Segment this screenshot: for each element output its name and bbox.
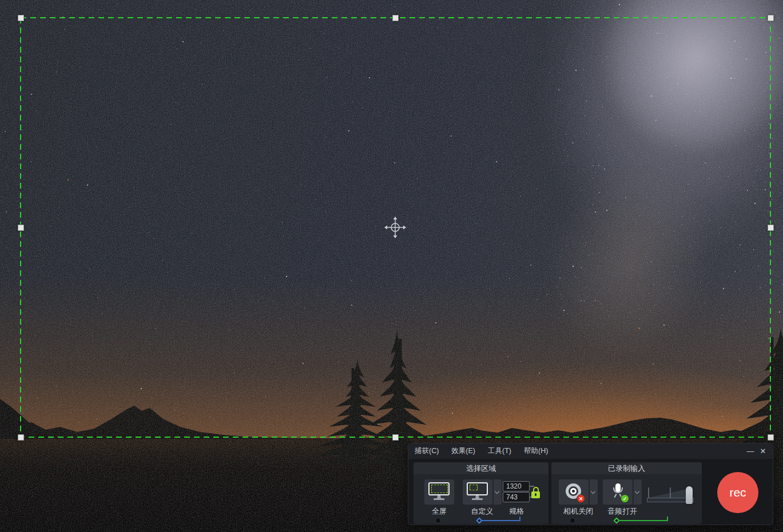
audio-label: 音频打开	[596, 506, 649, 517]
custom-indicator-line	[482, 520, 520, 521]
audio-dropdown[interactable]	[634, 479, 642, 505]
fullscreen-button[interactable]	[424, 479, 454, 505]
move-crosshair-icon[interactable]	[384, 216, 407, 239]
meter-tick	[648, 487, 649, 498]
chevron-down-icon	[495, 489, 499, 494]
close-button[interactable]: ✕	[757, 443, 769, 459]
minimize-button[interactable]: —	[744, 443, 757, 459]
selection-handle-mid-left[interactable]	[18, 225, 24, 231]
section-title: 选择区域	[414, 462, 549, 474]
microphone-icon: ✓	[609, 483, 627, 501]
dimensions-label: 规格	[499, 506, 534, 517]
menu-item-tools[interactable]: 工具(T)	[482, 443, 518, 459]
monitor-fullscreen-icon	[428, 482, 451, 501]
audio-button[interactable]: ✓	[603, 479, 633, 505]
selection-handle-top-right[interactable]	[768, 15, 774, 21]
width-input[interactable]	[503, 481, 530, 491]
lock-icon[interactable]	[530, 487, 541, 501]
selection-handle-bottom-mid[interactable]	[392, 434, 399, 441]
recorder-panel: 捕获(C) 效果(E) 工具(T) 帮助(H) — ✕ 选择区域 全屏 自定义	[408, 443, 773, 525]
chevron-down-icon	[591, 489, 595, 494]
custom-indicator-end	[519, 517, 520, 521]
recorded-inputs-section: 已录制输入 ✕ 相机关闭 ✓ 音频打开	[551, 462, 702, 524]
camera-button[interactable]: ✕	[559, 479, 589, 505]
rec-button[interactable]: rec	[717, 472, 758, 513]
audio-level-handle[interactable]	[686, 486, 693, 504]
audio-indicator-end	[667, 517, 668, 521]
meter-tick	[670, 487, 671, 498]
custom-region-dropdown[interactable]	[494, 479, 502, 505]
custom-region-button[interactable]	[463, 479, 492, 505]
menubar: 捕获(C) 效果(E) 工具(T) 帮助(H) — ✕	[408, 443, 773, 459]
custom-label: 自定义	[463, 506, 502, 517]
height-input[interactable]	[503, 492, 530, 502]
menu-item-help[interactable]: 帮助(H)	[518, 443, 554, 459]
audio-indicator-line	[619, 520, 668, 521]
camera-dropdown[interactable]	[590, 479, 598, 505]
camera-off-badge: ✕	[577, 494, 585, 503]
section-title: 已录制输入	[551, 462, 702, 474]
selection-handle-top-left[interactable]	[18, 15, 24, 21]
selection-handle-top-mid[interactable]	[392, 15, 399, 21]
select-area-section: 选择区域 全屏 自定义 规格	[414, 462, 549, 524]
chevron-down-icon	[635, 489, 639, 494]
fullscreen-indicator-dot[interactable]	[435, 518, 441, 523]
menu-item-capture[interactable]: 捕获(C)	[408, 443, 445, 459]
selection-handle-mid-right[interactable]	[768, 225, 774, 231]
menu-item-effects[interactable]: 效果(E)	[445, 443, 482, 459]
camera-indicator-dot[interactable]	[570, 518, 575, 523]
window-controls: — ✕	[744, 443, 769, 459]
selection-handle-bottom-left[interactable]	[18, 434, 24, 441]
fullscreen-label: 全屏	[420, 506, 459, 517]
audio-on-badge: ✓	[621, 494, 629, 503]
selection-handle-bottom-right[interactable]	[768, 434, 774, 441]
monitor-custom-icon	[466, 482, 489, 501]
webcam-icon: ✕	[565, 483, 583, 501]
